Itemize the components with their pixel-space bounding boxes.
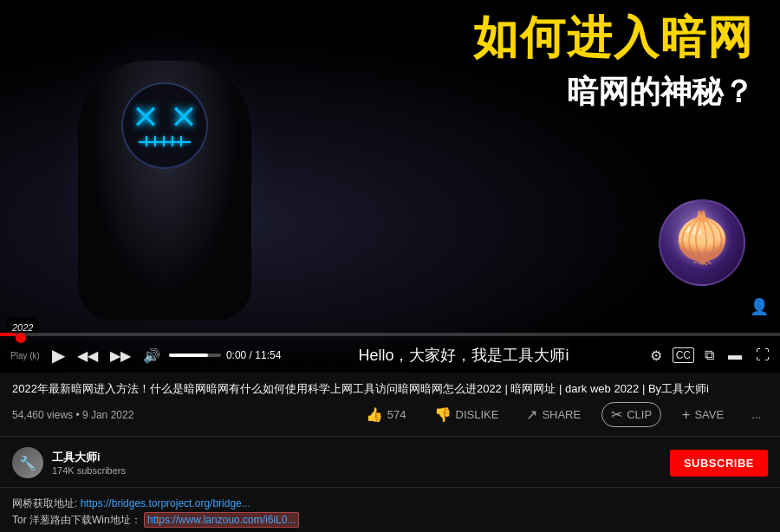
share-button[interactable]: ↗ SHARE [519, 403, 588, 426]
channel-details: 工具大师i 174K subscribers [52, 450, 126, 476]
desc-line1-prefix: 网桥获取地址: [12, 497, 77, 509]
camera-icon: 👤 [750, 297, 769, 316]
video-meta-left: 54,460 views • 9 Jan 2022 [12, 409, 133, 421]
channel-name[interactable]: 工具大师i [52, 450, 126, 465]
time-display: 0:00 / 11:54 [226, 349, 281, 361]
more-button[interactable]: ... [744, 405, 768, 425]
channel-row: 🔧 工具大师i 174K subscribers SUBSCRIBE [0, 440, 780, 483]
view-count: 54,460 views [12, 409, 73, 421]
volume-icon[interactable]: 🔊 [140, 346, 164, 366]
clip-button[interactable]: ✂ CLIP [601, 402, 661, 427]
play-button[interactable]: ▶ [49, 343, 68, 367]
more-icon: ... [751, 408, 761, 421]
clip-icon: ✂ [611, 406, 622, 423]
left-eye-x [133, 103, 158, 127]
mouth-stitches [139, 133, 191, 150]
cc-button[interactable]: CC [673, 347, 694, 363]
action-buttons: 👍 574 👎 DISLIKE ↗ SHARE ✂ CLIP + SAVE [359, 402, 768, 427]
share-icon: ↗ [526, 406, 537, 423]
fullscreen-button[interactable]: ⛶ [752, 346, 773, 365]
video-player[interactable]: 如何进入暗网 暗网的神秘？ 🧅 👤 2022 Play (k) ▶ [0, 0, 780, 373]
dislike-icon: 👎 [434, 406, 452, 423]
progress-fill [0, 333, 16, 336]
video-meta-row: 54,460 views • 9 Jan 2022 👍 574 👎 DISLIK… [12, 402, 768, 427]
settings-icon[interactable]: ⚙ [647, 346, 666, 366]
divider-1 [0, 436, 780, 437]
video-full-title: 2022年最新暗网进入方法！什么是暗网暗网有什么如何使用科学上网工具访问暗网暗网… [12, 381, 768, 397]
separator: • [75, 409, 82, 421]
play-label-small: Play (k) [7, 349, 43, 362]
video-title-sub: 暗网的神秘？ [473, 71, 754, 114]
subtitle-caption: Hello，大家好，我是工具大师i [286, 345, 640, 366]
progress-bar[interactable] [0, 333, 780, 336]
subscribe-button[interactable]: SUBSCRIBE [670, 450, 768, 477]
desc-line2-prefix: Tor 洋葱路由下载Win地址： [12, 514, 141, 526]
camera-icon-box[interactable]: 👤 [745, 293, 773, 321]
desc-line-1: 网桥获取地址: https://bridges.torproject.org/b… [12, 496, 768, 511]
controls-bar: Play (k) ▶ ◀◀ ▶▶ 🔊 0:00 / 11:54 Hello，大家… [0, 325, 780, 373]
skip-back-button[interactable]: ◀◀ [74, 346, 101, 366]
clip-label: CLIP [627, 408, 652, 421]
volume-fill [169, 354, 208, 357]
info-section: 2022年最新暗网进入方法！什么是暗网暗网有什么如何使用科学上网工具访问暗网暗网… [0, 373, 780, 432]
dislike-button[interactable]: 👎 DISLIKE [427, 403, 506, 426]
desc-line2-link[interactable]: https://www.lanzouo.com/i6iL0... [144, 512, 299, 528]
volume-slider[interactable] [169, 354, 221, 357]
share-label: SHARE [542, 408, 581, 421]
save-label: SAVE [694, 408, 724, 421]
figure-silhouette [43, 26, 286, 321]
channel-avatar[interactable]: 🔧 [12, 447, 43, 478]
dislike-label: DISLIKE [456, 408, 499, 421]
save-icon: + [682, 407, 690, 423]
like-button[interactable]: 👍 574 [359, 403, 413, 426]
desc-line1-link[interactable]: https://bridges.torproject.org/bridge... [81, 497, 250, 509]
desc-line-2: Tor 洋葱路由下载Win地址： https://www.lanzouo.com… [12, 513, 768, 528]
right-controls: ⚙ CC ⧉ ▬ ⛶ [647, 346, 773, 366]
description-section: 网桥获取地址: https://bridges.torproject.org/b… [0, 491, 780, 532]
like-icon: 👍 [366, 406, 383, 423]
title-overlay: 如何进入暗网 暗网的神秘？ [473, 13, 754, 114]
like-count: 574 [387, 408, 406, 421]
video-background: 如何进入暗网 暗网的神秘？ 🧅 👤 2022 [0, 0, 780, 373]
save-button[interactable]: + SAVE [675, 404, 731, 426]
tor-logo: 🧅 [659, 199, 745, 286]
channel-info: 🔧 工具大师i 174K subscribers [12, 447, 126, 478]
video-title-main: 如何进入暗网 [473, 13, 754, 62]
skip-forward-button[interactable]: ▶▶ [107, 346, 134, 366]
miniplayer-button[interactable]: ⧉ [701, 346, 718, 365]
right-eye-x [172, 103, 196, 127]
upload-date: 9 Jan 2022 [82, 409, 133, 421]
theater-button[interactable]: ▬ [725, 346, 745, 365]
divider-2 [0, 487, 780, 488]
channel-subscribers: 174K subscribers [52, 465, 126, 476]
controls-row: Play (k) ▶ ◀◀ ▶▶ 🔊 0:00 / 11:54 Hello，大家… [0, 338, 780, 373]
tor-onion-icon: 🧅 [673, 210, 732, 266]
mask-face [117, 78, 212, 173]
